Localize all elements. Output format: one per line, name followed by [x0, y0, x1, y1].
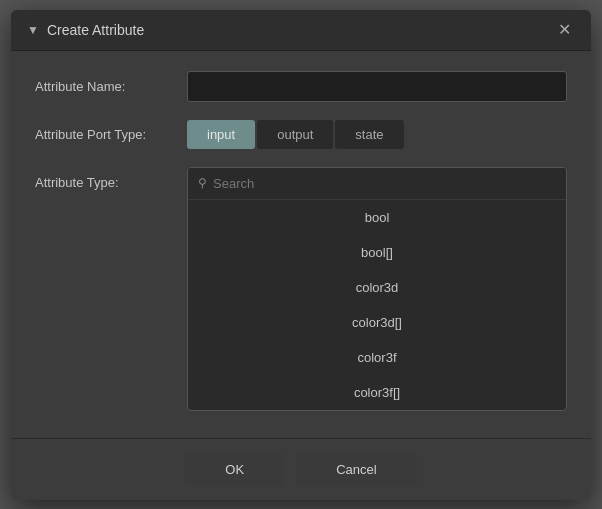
- title-bar: ▼ Create Attribute ✕: [11, 10, 591, 51]
- port-type-output-button[interactable]: output: [257, 120, 333, 149]
- dialog-footer: OK Cancel: [11, 438, 591, 500]
- type-search-input[interactable]: [213, 176, 556, 191]
- type-item-color3f[interactable]: color3f: [188, 340, 566, 375]
- type-item-color3d[interactable]: color3d: [188, 270, 566, 305]
- attribute-type-row: Attribute Type: ⚲ bool bool[] color3d co…: [35, 167, 567, 411]
- type-item-color3f-array[interactable]: color3f[]: [188, 375, 566, 410]
- attribute-port-type-row: Attribute Port Type: input output state: [35, 120, 567, 149]
- dialog-content: Attribute Name: Attribute Port Type: inp…: [11, 51, 591, 438]
- search-box: ⚲: [188, 168, 566, 200]
- type-list: bool bool[] color3d color3d[] color3f co…: [188, 200, 566, 410]
- port-type-group: input output state: [187, 120, 567, 149]
- close-button[interactable]: ✕: [554, 20, 575, 40]
- port-type-input-button[interactable]: input: [187, 120, 255, 149]
- collapse-arrow-icon[interactable]: ▼: [27, 23, 39, 37]
- dialog-title: Create Attribute: [47, 22, 144, 38]
- port-type-state-button[interactable]: state: [335, 120, 403, 149]
- type-item-bool-array[interactable]: bool[]: [188, 235, 566, 270]
- attribute-name-row: Attribute Name:: [35, 71, 567, 102]
- attribute-port-type-label: Attribute Port Type:: [35, 127, 175, 142]
- search-icon: ⚲: [198, 176, 207, 190]
- type-item-color3d-array[interactable]: color3d[]: [188, 305, 566, 340]
- cancel-button[interactable]: Cancel: [296, 453, 416, 486]
- type-item-bool[interactable]: bool: [188, 200, 566, 235]
- attribute-type-label: Attribute Type:: [35, 167, 175, 190]
- type-dropdown: ⚲ bool bool[] color3d color3d[] color3f …: [187, 167, 567, 411]
- create-attribute-dialog: ▼ Create Attribute ✕ Attribute Name: Att…: [11, 10, 591, 500]
- title-bar-left: ▼ Create Attribute: [27, 22, 144, 38]
- ok-button[interactable]: OK: [185, 453, 284, 486]
- attribute-name-input[interactable]: [187, 71, 567, 102]
- attribute-name-label: Attribute Name:: [35, 79, 175, 94]
